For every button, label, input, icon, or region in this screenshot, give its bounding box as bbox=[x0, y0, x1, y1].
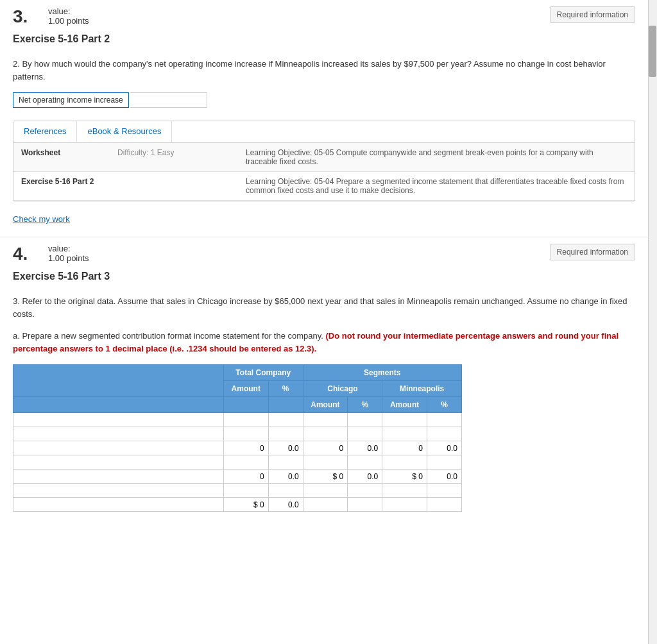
chi-pct-5[interactable] bbox=[348, 484, 382, 498]
min-amt-1[interactable] bbox=[382, 427, 427, 441]
chi-pct-header: % bbox=[348, 397, 382, 413]
total-amt-5[interactable] bbox=[223, 484, 268, 498]
row-label-3[interactable] bbox=[13, 455, 224, 470]
total-amt-0[interactable] bbox=[223, 413, 268, 427]
total-company-header: Total Company bbox=[223, 365, 303, 381]
min-amt-3[interactable] bbox=[382, 455, 427, 470]
tab-ebook[interactable]: eBook & Resources bbox=[77, 121, 172, 142]
row-label-1[interactable] bbox=[13, 427, 224, 441]
chi-amt-2[interactable] bbox=[303, 441, 348, 455]
chi-pct-0[interactable] bbox=[348, 413, 382, 427]
chicago-header: Chicago bbox=[303, 381, 382, 397]
row-label-5[interactable] bbox=[13, 484, 224, 498]
total-pct-header: % bbox=[268, 381, 303, 397]
scrollbar[interactable] bbox=[648, 0, 657, 518]
chi-amount-header: Amount bbox=[303, 397, 348, 413]
q4-required-info-button[interactable]: Required information bbox=[550, 244, 635, 260]
min-pct-1[interactable] bbox=[427, 427, 461, 441]
q4-points: 1.00 points bbox=[48, 253, 89, 263]
total-pct-4[interactable] bbox=[268, 470, 303, 484]
q4-question-text: 3. Refer to the original data. Assume th… bbox=[13, 295, 635, 320]
q4-question-sub: a. Prepare a new segmented contribution … bbox=[13, 330, 635, 355]
min-amt-0[interactable] bbox=[382, 413, 427, 427]
min-amt-5[interactable] bbox=[382, 484, 427, 498]
total-pct-2[interactable] bbox=[268, 441, 303, 455]
min-pct-header: % bbox=[427, 397, 461, 413]
question-4-number: 4. bbox=[13, 244, 38, 264]
chi-amt-5[interactable] bbox=[303, 484, 348, 498]
worksheet-label: Worksheet bbox=[13, 143, 110, 172]
q4-value-label: value: bbox=[48, 244, 89, 253]
minneapolis-header: Minneapolis bbox=[382, 381, 462, 397]
check-my-work-link[interactable]: Check my work bbox=[13, 214, 70, 224]
chi-amt-1[interactable] bbox=[303, 427, 348, 441]
table-row bbox=[13, 498, 462, 512]
chi-pct-2[interactable] bbox=[348, 441, 382, 455]
chi-amt-3[interactable] bbox=[303, 455, 348, 470]
chi-pct-4[interactable] bbox=[348, 470, 382, 484]
segments-header: Segments bbox=[303, 365, 461, 381]
min-pct-0[interactable] bbox=[427, 413, 461, 427]
exercise-ref-label: Exercise 5-16 Part 2 bbox=[13, 172, 110, 201]
worksheet-objective: Learning Objective: 05-05 Compute compan… bbox=[238, 143, 635, 172]
worksheet-difficulty: Difficulty: 1 Easy bbox=[110, 143, 238, 172]
q3-required-info-button[interactable]: Required information bbox=[550, 6, 635, 23]
table-row bbox=[13, 484, 462, 498]
worksheet-row: Worksheet Difficulty: 1 Easy Learning Ob… bbox=[13, 143, 635, 172]
min-pct-3[interactable] bbox=[427, 455, 461, 470]
min-pct-2[interactable] bbox=[427, 441, 461, 455]
table-row bbox=[13, 441, 462, 455]
min-amt-2[interactable] bbox=[382, 441, 427, 455]
total-amount-header: Amount bbox=[223, 381, 268, 397]
min-pct-6[interactable] bbox=[427, 498, 461, 512]
tab-references[interactable]: References bbox=[13, 121, 77, 142]
total-pct-6[interactable] bbox=[268, 498, 303, 512]
total-amt-3[interactable] bbox=[223, 455, 268, 470]
total-pct-5[interactable] bbox=[268, 484, 303, 498]
exercise-ref-col2 bbox=[110, 172, 238, 201]
net-operating-income-label: Net operating income increase bbox=[13, 92, 129, 108]
min-pct-4[interactable] bbox=[427, 470, 461, 484]
table-row bbox=[13, 427, 462, 441]
exercise-ref-row: Exercise 5-16 Part 2 Learning Objective:… bbox=[13, 172, 635, 201]
row-label-0[interactable] bbox=[13, 413, 224, 427]
total-amt-1[interactable] bbox=[223, 427, 268, 441]
table-row bbox=[13, 413, 462, 427]
income-statement-table: Total Company Segments Amount % Chicago … bbox=[13, 364, 462, 512]
q3-value-label: value: bbox=[48, 6, 89, 16]
question-3-number: 3. bbox=[13, 6, 38, 27]
min-amount-header: Amount bbox=[382, 397, 427, 413]
chi-amt-6[interactable] bbox=[303, 498, 348, 512]
q3-question-text: 2. By how much would the company's net o… bbox=[13, 58, 635, 83]
min-pct-5[interactable] bbox=[427, 484, 461, 498]
chi-amt-4[interactable] bbox=[303, 470, 348, 484]
chi-amt-0[interactable] bbox=[303, 413, 348, 427]
min-amt-4[interactable] bbox=[382, 470, 427, 484]
q3-exercise-title: Exercise 5-16 Part 2 bbox=[13, 33, 635, 45]
total-amt-6[interactable] bbox=[223, 498, 268, 512]
row-label-2[interactable] bbox=[13, 441, 224, 455]
table-row bbox=[13, 455, 462, 470]
exercise-ref-objective: Learning Objective: 05-04 Prepare a segm… bbox=[238, 172, 635, 201]
references-table: Worksheet Difficulty: 1 Easy Learning Ob… bbox=[13, 143, 635, 201]
total-amt-2[interactable] bbox=[223, 441, 268, 455]
chi-pct-3[interactable] bbox=[348, 455, 382, 470]
total-pct-3[interactable] bbox=[268, 455, 303, 470]
total-pct-0[interactable] bbox=[268, 413, 303, 427]
row-label-6[interactable] bbox=[13, 498, 224, 512]
q4-exercise-title: Exercise 5-16 Part 3 bbox=[13, 271, 635, 282]
chi-pct-6[interactable] bbox=[348, 498, 382, 512]
min-amt-6[interactable] bbox=[382, 498, 427, 512]
total-pct-1[interactable] bbox=[268, 427, 303, 441]
table-row bbox=[13, 470, 462, 484]
total-amt-4[interactable] bbox=[223, 470, 268, 484]
q3-points: 1.00 points bbox=[48, 16, 89, 26]
scrollbar-thumb[interactable] bbox=[649, 26, 656, 77]
chi-pct-1[interactable] bbox=[348, 427, 382, 441]
net-operating-income-input[interactable] bbox=[130, 92, 207, 108]
row-label-4[interactable] bbox=[13, 470, 224, 484]
